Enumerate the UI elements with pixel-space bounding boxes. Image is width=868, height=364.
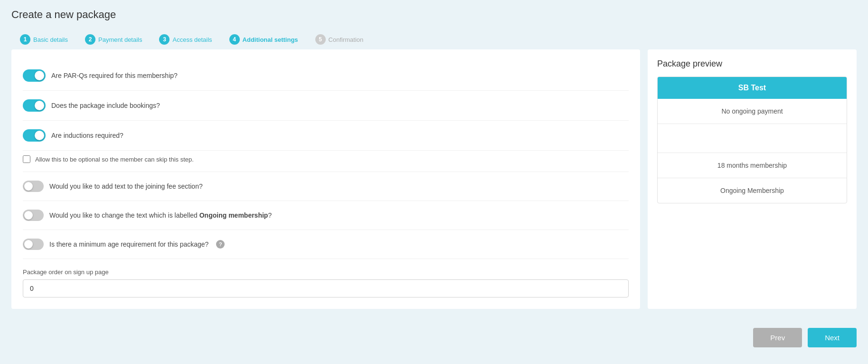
- step-payment-details[interactable]: 2 Payment details: [76, 29, 151, 49]
- step-additional-settings[interactable]: 4 Additional settings: [221, 29, 307, 49]
- ongoing-membership-text: Ongoing membership: [199, 211, 268, 219]
- optional-step-row: Allow this to be optional so the member …: [23, 151, 629, 172]
- preview-row-2: [658, 124, 847, 153]
- package-preview-title: Package preview: [657, 59, 847, 69]
- joining-fee-toggle[interactable]: [23, 181, 44, 192]
- bookings-toggle[interactable]: [23, 99, 46, 112]
- package-preview-card: SB Test No ongoing payment 18 months mem…: [657, 77, 847, 203]
- joining-fee-toggle-label: Would you like to add text to the joinin…: [49, 182, 203, 190]
- parq-toggle[interactable]: [23, 69, 46, 82]
- step-label-5: Confirmation: [329, 36, 364, 43]
- step-access-details[interactable]: 3 Access details: [151, 29, 220, 49]
- ongoing-membership-toggle-row: Would you like to change the text which …: [23, 201, 629, 230]
- step-circle-2: 2: [85, 34, 95, 45]
- min-age-toggle-row: Is there a minimum age requirement for t…: [23, 230, 629, 259]
- preview-row-3: 18 months membership: [658, 153, 847, 178]
- inductions-toggle-label: Are inductions required?: [51, 132, 123, 139]
- bookings-toggle-label: Does the package include bookings?: [51, 102, 160, 109]
- step-basic-details[interactable]: 1 Basic details: [11, 29, 76, 49]
- inductions-toggle-row: Are inductions required?: [23, 121, 629, 151]
- min-age-help-icon[interactable]: ?: [216, 240, 225, 249]
- package-order-label: Package order on sign up page: [23, 268, 629, 276]
- ongoing-membership-toggle-label: Would you like to change the text which …: [49, 211, 272, 219]
- content-area: Are PAR-Qs required for this membership?…: [11, 49, 640, 309]
- step-label-3: Access details: [172, 36, 212, 43]
- stepper: 1 Basic details 2 Payment details 3 Acce…: [0, 26, 868, 49]
- next-button[interactable]: Next: [808, 328, 857, 347]
- ongoing-membership-toggle[interactable]: [23, 210, 44, 221]
- step-label-4: Additional settings: [243, 36, 298, 43]
- bookings-toggle-row: Does the package include bookings?: [23, 91, 629, 121]
- package-order-group: Package order on sign up page: [23, 268, 629, 297]
- page-title: Create a new package: [0, 0, 868, 26]
- bottom-bar: Prev Next: [0, 320, 868, 355]
- step-circle-1: 1: [20, 34, 30, 45]
- preview-row-1: No ongoing payment: [658, 99, 847, 124]
- parq-toggle-label: Are PAR-Qs required for this membership?: [51, 72, 178, 79]
- step-circle-4: 4: [229, 34, 240, 45]
- joining-fee-toggle-row: Would you like to add text to the joinin…: [23, 172, 629, 201]
- preview-row-4: Ongoing Membership: [658, 178, 847, 203]
- step-circle-5: 5: [315, 34, 326, 45]
- min-age-toggle[interactable]: [23, 239, 44, 250]
- inductions-toggle[interactable]: [23, 129, 46, 142]
- step-confirmation[interactable]: 5 Confirmation: [307, 29, 372, 49]
- parq-toggle-row: Are PAR-Qs required for this membership?: [23, 61, 629, 91]
- min-age-toggle-label: Is there a minimum age requirement for t…: [49, 240, 208, 248]
- optional-step-label: Allow this to be optional so the member …: [35, 156, 194, 163]
- package-preview-sidebar: Package preview SB Test No ongoing payme…: [648, 49, 857, 309]
- step-label-2: Payment details: [98, 36, 142, 43]
- step-label-1: Basic details: [33, 36, 68, 43]
- optional-step-checkbox[interactable]: [23, 155, 30, 163]
- step-circle-3: 3: [159, 34, 170, 45]
- main-layout: Are PAR-Qs required for this membership?…: [0, 49, 868, 320]
- preview-card-header: SB Test: [658, 77, 847, 99]
- prev-button[interactable]: Prev: [753, 328, 802, 347]
- package-order-input[interactable]: [23, 279, 629, 297]
